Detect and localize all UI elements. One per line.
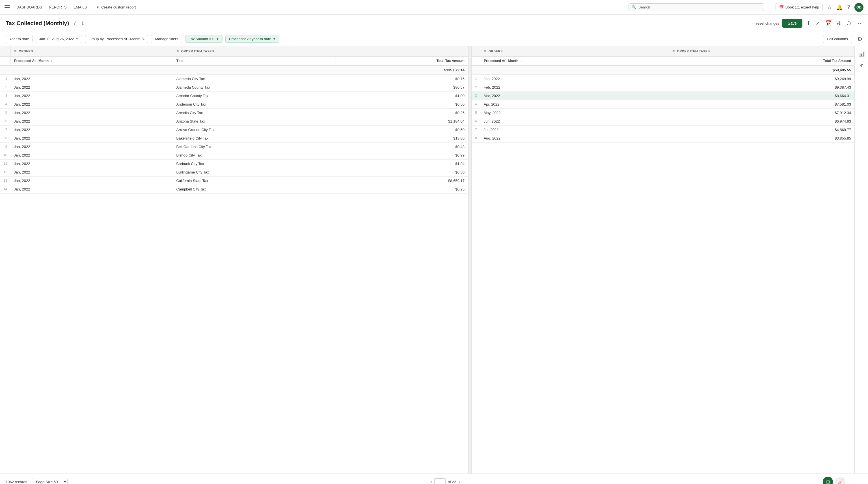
row-title: California State Tax <box>173 176 336 185</box>
left-num-section-header <box>0 46 10 56</box>
info-icon[interactable]: ℹ <box>81 20 85 27</box>
row-num: 8 <box>0 134 10 142</box>
left-section-header-row: ≡ ORDERS ≡ ORDER ITEM TAXES <box>0 46 468 56</box>
date-range-label: Jan 1 – Aug 26, 2022 <box>39 37 74 41</box>
save-button[interactable]: Save <box>782 19 802 28</box>
search-bar[interactable]: 🔍 <box>628 3 764 11</box>
year-to-date-label: Year to date <box>9 37 29 41</box>
help-icon[interactable]: ? <box>847 4 850 10</box>
search-input[interactable] <box>639 5 761 9</box>
download-icon[interactable]: ⬇ <box>805 19 812 27</box>
schedule-icon[interactable]: 📅 <box>824 19 832 27</box>
left-amount-col-label: Total Tax Amount <box>437 59 465 63</box>
row-month: May, 2022 <box>480 108 669 117</box>
create-custom-report-button[interactable]: ✦ Create custom report <box>96 4 136 10</box>
row-title: Amador County Tax <box>173 91 336 100</box>
reset-changes-link[interactable]: reset changes <box>756 21 779 26</box>
filter-bar: Year to date Jan 1 – Aug 26, 2022 ▼ Grou… <box>0 32 868 46</box>
print-icon[interactable]: 🖨 <box>835 19 842 27</box>
row-num: 3 <box>472 91 480 100</box>
row-num: 9 <box>0 142 10 151</box>
right-oit-label: ORDER ITEM TAXES <box>677 50 710 53</box>
group-by-filter[interactable]: Group by Processed At · Month ⇅ <box>85 35 148 43</box>
right-num-col-header <box>472 56 480 65</box>
more-options-icon[interactable]: ⋯ <box>855 19 862 27</box>
right-amount-col-header[interactable]: Total Tax Amount <box>669 56 855 65</box>
book-expert-button[interactable]: 📅 Book 1:1 expert help <box>776 3 823 11</box>
right-orders-section: ≡ ORDERS <box>480 46 669 56</box>
row-title: Arcadia City Tax <box>173 108 336 117</box>
tax-amount-filter-tag[interactable]: Tax Amount > 0 ▼ <box>185 35 222 43</box>
external-link-icon[interactable]: ⬡ <box>845 19 852 27</box>
row-title: Burbank City Tax <box>173 159 336 168</box>
row-num: 7 <box>0 125 10 134</box>
nav-emails[interactable]: EMAILS <box>73 5 87 9</box>
month-sort-icon: ↕ <box>51 59 52 62</box>
row-num: 7 <box>472 125 480 134</box>
table-row: 7 Jan, 2022 Arroyo Grande City Tax $0.50 <box>0 125 468 134</box>
row-amount: $80.57 <box>336 83 468 91</box>
table-row: 2 Feb, 2022 $9,387.43 <box>472 83 855 91</box>
nav-reports[interactable]: REPORTS <box>49 5 67 9</box>
right-section-header-row: ≡ ORDERS ≡ ORDER ITEM TAXES <box>472 46 855 56</box>
right-month-col-header[interactable]: Processed At · Month ↕ <box>480 56 669 65</box>
processed-at-filter-tag[interactable]: Processed At year to date ▼ <box>225 35 279 43</box>
table-row: 5 Jan, 2022 Arcadia City Tax $0.25 <box>0 108 468 117</box>
page-of-label: of 22 <box>448 480 456 484</box>
row-num: 11 <box>0 159 10 168</box>
pagination: ‹ of 22 › <box>430 478 460 484</box>
processed-at-filter-label: Processed At year to date <box>229 37 271 41</box>
row-amount: $0.50 <box>336 100 468 108</box>
row-amount: $0.50 <box>336 125 468 134</box>
row-month: Jan, 2022 <box>10 134 173 142</box>
row-month: Jan, 2022 <box>10 142 173 151</box>
chart-view-button[interactable]: 📈 <box>835 477 845 484</box>
group-by-field-text: Processed At · Month <box>105 37 141 41</box>
prev-page-button[interactable]: ‹ <box>430 479 432 484</box>
star-favorite-icon[interactable]: ☆ <box>72 19 79 27</box>
row-amount: $7,581.03 <box>669 100 855 108</box>
order-item-taxes-icon: ≡ <box>177 49 179 54</box>
table-row: 6 Jun, 2022 $6,974.83 <box>472 117 855 125</box>
left-oit-label: ORDER ITEM TAXES <box>181 50 214 53</box>
edit-columns-button[interactable]: Edit columns <box>823 35 852 43</box>
right-amount-col-label: Total Tax Amount <box>823 59 851 63</box>
row-month: Jan, 2022 <box>10 91 173 100</box>
calendar-icon: 📅 <box>779 5 784 9</box>
hamburger-menu[interactable] <box>4 5 10 9</box>
table-view-button[interactable]: ⊞ <box>823 477 833 484</box>
bell-icon[interactable]: 🔔 <box>836 4 842 10</box>
table-row: 12 Jan, 2022 Burlingame City Tax $0.30 <box>0 168 468 176</box>
year-to-date-filter[interactable]: Year to date <box>6 35 33 43</box>
next-page-button[interactable]: › <box>458 479 460 484</box>
page-number-input[interactable] <box>434 478 445 484</box>
left-orders-label: ORDERS <box>19 50 33 53</box>
nav-dashboards[interactable]: DASHBOARDS <box>17 5 42 9</box>
table-row: 8 Aug, 2022 $3,855.85 <box>472 134 855 142</box>
table-row: 4 Jan, 2022 Anderson City Tax $0.50 <box>0 100 468 108</box>
right-month-sort-icon: ↕ <box>521 59 522 62</box>
right-total-amount: $58,495.55 <box>669 65 855 75</box>
row-num: 6 <box>0 117 10 125</box>
left-total-month <box>10 65 173 75</box>
page-size-select[interactable]: Page Size 50 Page Size 25 Page Size 100 <box>32 478 68 484</box>
settings-icon[interactable]: ⚙ <box>857 36 862 42</box>
row-title: Arizona State Tax <box>173 117 336 125</box>
row-amount: $1.00 <box>336 91 468 100</box>
left-month-col-header[interactable]: Processed At · Month ↕ <box>10 56 173 65</box>
star-icon[interactable]: ☆ <box>827 4 832 10</box>
filter-sidebar-icon[interactable]: ⧩ <box>859 62 864 68</box>
right-col-header-row: Processed At · Month ↕ Total Tax Amount <box>472 56 855 65</box>
nav-right: 📅 Book 1:1 expert help ☆ 🔔 ? OD <box>776 3 864 12</box>
left-total-num <box>0 65 10 75</box>
chart-bar-icon[interactable]: 📊 <box>858 51 865 57</box>
avatar[interactable]: OD <box>855 3 864 12</box>
right-num-section-header <box>472 46 480 56</box>
share-icon[interactable]: ↗ <box>814 19 821 27</box>
date-range-filter[interactable]: Jan 1 – Aug 26, 2022 ▼ <box>36 35 82 43</box>
left-title-col-header[interactable]: Title <box>173 56 336 65</box>
manage-filters-button[interactable]: Manage filters <box>151 35 183 43</box>
right-oit-icon: ≡ <box>672 49 675 54</box>
right-month-col-label: Processed At · Month <box>484 59 518 63</box>
left-amount-col-header[interactable]: Total Tax Amount <box>336 56 468 65</box>
